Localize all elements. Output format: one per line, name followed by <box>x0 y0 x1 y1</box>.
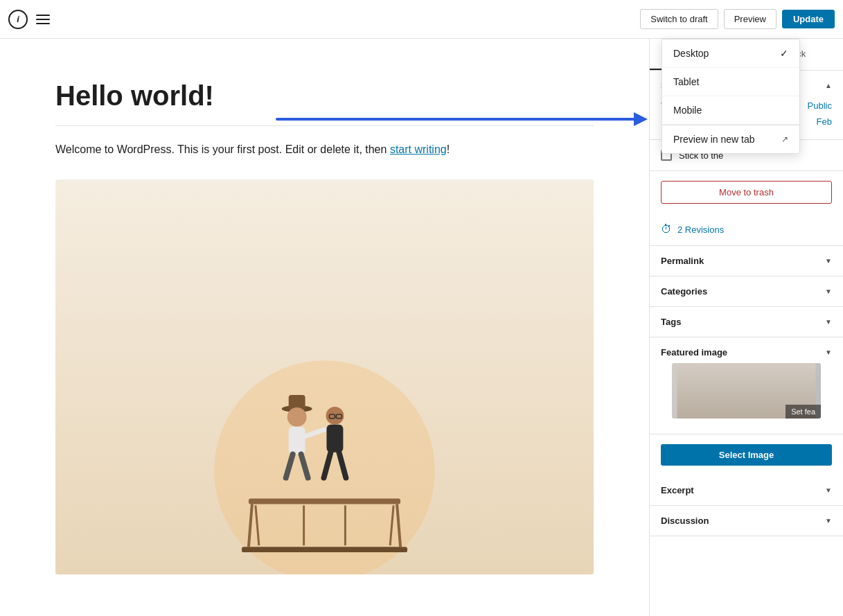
preview-tablet-label: Tablet <box>673 76 699 87</box>
content-area: Hello world! Welcome to WordPress. This … <box>0 39 649 616</box>
info-icon[interactable]: i <box>8 10 28 29</box>
preview-desktop-item[interactable]: Desktop ✓ <box>662 39 799 68</box>
excerpt-chevron-icon: ▼ <box>825 486 832 494</box>
preview-tablet-item[interactable]: Tablet <box>662 68 799 96</box>
categories-chevron-icon: ▼ <box>825 288 832 295</box>
permalink-section: Permalink ▼ <box>650 246 843 276</box>
categories-header[interactable]: Categories ▼ <box>661 286 832 297</box>
permalink-chevron-icon: ▼ <box>825 257 832 265</box>
preview-mobile-item[interactable]: Mobile <box>662 96 799 125</box>
featured-thumb: Set fea <box>672 363 821 419</box>
featured-image-chevron-icon: ▼ <box>825 349 832 356</box>
revisions-icon: ⏱ <box>661 223 672 236</box>
svg-point-6 <box>287 407 307 427</box>
preview-dropdown: Desktop ✓ Tablet Mobile Preview in new t… <box>662 39 800 154</box>
excerpt-header[interactable]: Excerpt ▼ <box>661 485 832 495</box>
svg-rect-21 <box>242 547 407 552</box>
post-featured-image <box>55 179 594 574</box>
excerpt-section: Excerpt ▼ <box>650 475 843 506</box>
menu-icon[interactable] <box>36 15 50 24</box>
featured-image-header[interactable]: Featured image ▼ <box>661 347 832 358</box>
external-link-icon: ↗ <box>781 134 788 144</box>
set-featured-overlay: Set fea <box>786 405 821 419</box>
discussion-header[interactable]: Discussion ▼ <box>661 516 832 526</box>
toolbar-left: i <box>8 10 50 29</box>
check-icon: ✓ <box>780 48 788 59</box>
svg-rect-7 <box>289 427 305 455</box>
preview-new-tab-label: Preview in new tab <box>673 134 755 145</box>
revisions-label: 2 Revisions <box>677 225 724 235</box>
switch-to-draft-button[interactable]: Switch to draft <box>640 9 718 29</box>
tags-header[interactable]: Tags ▼ <box>661 317 832 327</box>
preview-mobile-label: Mobile <box>673 105 702 116</box>
move-to-trash-button[interactable]: Move to trash <box>661 181 832 204</box>
categories-section: Categories ▼ <box>650 276 843 307</box>
post-title: Hello world! <box>55 80 594 112</box>
preview-button[interactable]: Preview <box>724 9 777 29</box>
featured-image-section: Featured image ▼ Set fea <box>650 337 843 434</box>
permalink-header[interactable]: Permalink ▼ <box>661 256 832 266</box>
toolbar-right: Switch to draft Preview Update <box>640 9 835 29</box>
revisions-row[interactable]: ⏱ 2 Revisions <box>650 213 843 246</box>
select-image-button[interactable]: Select Image <box>661 444 832 466</box>
start-writing-link[interactable]: start writing <box>390 143 447 155</box>
visibility-value[interactable]: Public <box>808 100 832 111</box>
svg-rect-18 <box>249 499 400 504</box>
publish-value[interactable]: Feb <box>817 116 832 127</box>
toolbar: i Switch to draft Preview Update <box>0 0 843 39</box>
tags-section: Tags ▼ <box>650 307 843 337</box>
svg-marker-1 <box>634 112 648 126</box>
discussion-chevron-icon: ▼ <box>825 517 832 525</box>
tags-chevron-icon: ▼ <box>825 318 832 326</box>
chevron-icon: ▲ <box>825 82 832 89</box>
update-button[interactable]: Update <box>782 10 835 28</box>
svg-rect-15 <box>326 425 343 452</box>
post-divider <box>55 125 594 126</box>
preview-desktop-label: Desktop <box>673 48 709 59</box>
post-content: Welcome to WordPress. This is your first… <box>55 140 594 159</box>
discussion-section: Discussion ▼ <box>650 506 843 536</box>
preview-new-tab-item[interactable]: Preview in new tab ↗ <box>662 125 799 153</box>
